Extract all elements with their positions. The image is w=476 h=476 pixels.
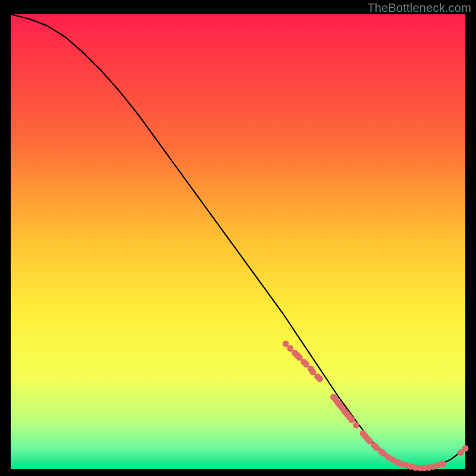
scatter-point — [462, 445, 469, 452]
plot-area-gradient — [11, 14, 465, 469]
scatter-point — [439, 461, 446, 467]
scatter-point — [317, 375, 323, 382]
chart-stage: TheBottleneck.com — [0, 0, 476, 476]
scatter-point — [353, 422, 359, 428]
scatter-point — [349, 416, 355, 423]
chart-svg — [0, 0, 476, 476]
watermark-label: TheBottleneck.com — [367, 1, 471, 15]
